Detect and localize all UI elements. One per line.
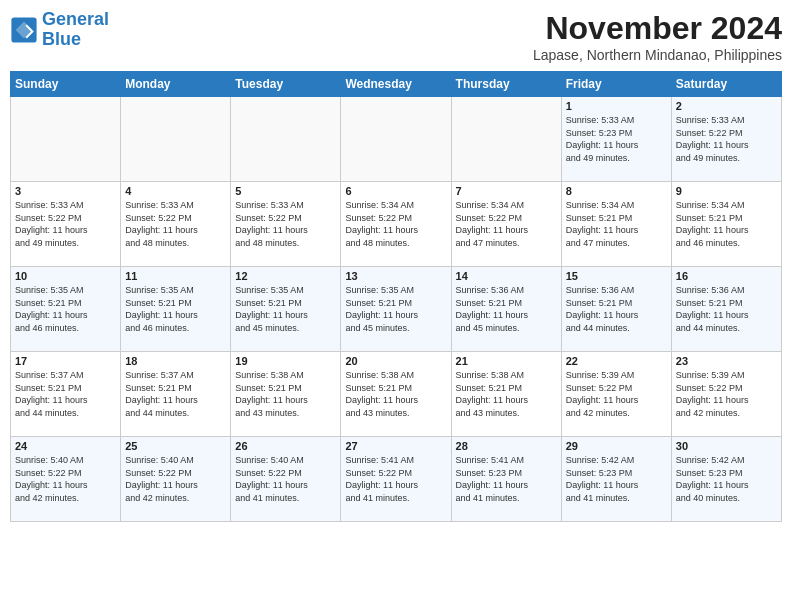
day-number: 3 [15, 185, 116, 197]
weekday-header: Wednesday [341, 72, 451, 97]
calendar-cell: 29Sunrise: 5:42 AM Sunset: 5:23 PM Dayli… [561, 437, 671, 522]
weekday-header: Saturday [671, 72, 781, 97]
calendar-cell: 23Sunrise: 5:39 AM Sunset: 5:22 PM Dayli… [671, 352, 781, 437]
calendar-cell: 7Sunrise: 5:34 AM Sunset: 5:22 PM Daylig… [451, 182, 561, 267]
day-number: 9 [676, 185, 777, 197]
day-number: 4 [125, 185, 226, 197]
calendar-cell: 16Sunrise: 5:36 AM Sunset: 5:21 PM Dayli… [671, 267, 781, 352]
day-number: 21 [456, 355, 557, 367]
calendar-cell: 26Sunrise: 5:40 AM Sunset: 5:22 PM Dayli… [231, 437, 341, 522]
month-title: November 2024 [533, 10, 782, 47]
calendar-cell: 2Sunrise: 5:33 AM Sunset: 5:22 PM Daylig… [671, 97, 781, 182]
calendar-cell: 30Sunrise: 5:42 AM Sunset: 5:23 PM Dayli… [671, 437, 781, 522]
calendar-cell: 8Sunrise: 5:34 AM Sunset: 5:21 PM Daylig… [561, 182, 671, 267]
calendar-cell [11, 97, 121, 182]
day-number: 16 [676, 270, 777, 282]
day-info: Sunrise: 5:41 AM Sunset: 5:22 PM Dayligh… [345, 454, 446, 504]
day-info: Sunrise: 5:42 AM Sunset: 5:23 PM Dayligh… [676, 454, 777, 504]
day-info: Sunrise: 5:33 AM Sunset: 5:22 PM Dayligh… [125, 199, 226, 249]
calendar-week-row: 3Sunrise: 5:33 AM Sunset: 5:22 PM Daylig… [11, 182, 782, 267]
calendar-cell: 25Sunrise: 5:40 AM Sunset: 5:22 PM Dayli… [121, 437, 231, 522]
calendar-week-row: 1Sunrise: 5:33 AM Sunset: 5:23 PM Daylig… [11, 97, 782, 182]
calendar-cell: 18Sunrise: 5:37 AM Sunset: 5:21 PM Dayli… [121, 352, 231, 437]
calendar-cell: 13Sunrise: 5:35 AM Sunset: 5:21 PM Dayli… [341, 267, 451, 352]
day-info: Sunrise: 5:36 AM Sunset: 5:21 PM Dayligh… [676, 284, 777, 334]
calendar-cell: 10Sunrise: 5:35 AM Sunset: 5:21 PM Dayli… [11, 267, 121, 352]
day-info: Sunrise: 5:37 AM Sunset: 5:21 PM Dayligh… [125, 369, 226, 419]
day-number: 7 [456, 185, 557, 197]
day-number: 28 [456, 440, 557, 452]
header-row: SundayMondayTuesdayWednesdayThursdayFrid… [11, 72, 782, 97]
day-info: Sunrise: 5:36 AM Sunset: 5:21 PM Dayligh… [566, 284, 667, 334]
day-number: 26 [235, 440, 336, 452]
day-number: 24 [15, 440, 116, 452]
day-info: Sunrise: 5:38 AM Sunset: 5:21 PM Dayligh… [345, 369, 446, 419]
day-info: Sunrise: 5:34 AM Sunset: 5:22 PM Dayligh… [345, 199, 446, 249]
day-number: 13 [345, 270, 446, 282]
day-number: 5 [235, 185, 336, 197]
day-info: Sunrise: 5:33 AM Sunset: 5:22 PM Dayligh… [235, 199, 336, 249]
calendar-cell: 1Sunrise: 5:33 AM Sunset: 5:23 PM Daylig… [561, 97, 671, 182]
day-number: 15 [566, 270, 667, 282]
day-info: Sunrise: 5:34 AM Sunset: 5:22 PM Dayligh… [456, 199, 557, 249]
logo-line2: Blue [42, 29, 81, 49]
day-info: Sunrise: 5:38 AM Sunset: 5:21 PM Dayligh… [235, 369, 336, 419]
calendar-cell [231, 97, 341, 182]
logo-text: General Blue [42, 10, 109, 50]
day-number: 2 [676, 100, 777, 112]
day-number: 17 [15, 355, 116, 367]
day-number: 30 [676, 440, 777, 452]
day-number: 12 [235, 270, 336, 282]
day-number: 23 [676, 355, 777, 367]
calendar-cell [341, 97, 451, 182]
day-info: Sunrise: 5:33 AM Sunset: 5:22 PM Dayligh… [15, 199, 116, 249]
calendar-cell: 24Sunrise: 5:40 AM Sunset: 5:22 PM Dayli… [11, 437, 121, 522]
calendar-cell: 20Sunrise: 5:38 AM Sunset: 5:21 PM Dayli… [341, 352, 451, 437]
day-number: 10 [15, 270, 116, 282]
day-info: Sunrise: 5:34 AM Sunset: 5:21 PM Dayligh… [566, 199, 667, 249]
calendar-week-row: 17Sunrise: 5:37 AM Sunset: 5:21 PM Dayli… [11, 352, 782, 437]
calendar-cell: 12Sunrise: 5:35 AM Sunset: 5:21 PM Dayli… [231, 267, 341, 352]
weekday-header: Monday [121, 72, 231, 97]
calendar-body: 1Sunrise: 5:33 AM Sunset: 5:23 PM Daylig… [11, 97, 782, 522]
day-number: 20 [345, 355, 446, 367]
calendar-cell [121, 97, 231, 182]
day-info: Sunrise: 5:36 AM Sunset: 5:21 PM Dayligh… [456, 284, 557, 334]
location: Lapase, Northern Mindanao, Philippines [533, 47, 782, 63]
day-info: Sunrise: 5:35 AM Sunset: 5:21 PM Dayligh… [235, 284, 336, 334]
day-info: Sunrise: 5:40 AM Sunset: 5:22 PM Dayligh… [15, 454, 116, 504]
day-number: 6 [345, 185, 446, 197]
weekday-header: Tuesday [231, 72, 341, 97]
day-number: 11 [125, 270, 226, 282]
calendar-cell: 4Sunrise: 5:33 AM Sunset: 5:22 PM Daylig… [121, 182, 231, 267]
day-info: Sunrise: 5:40 AM Sunset: 5:22 PM Dayligh… [125, 454, 226, 504]
calendar-week-row: 24Sunrise: 5:40 AM Sunset: 5:22 PM Dayli… [11, 437, 782, 522]
day-info: Sunrise: 5:35 AM Sunset: 5:21 PM Dayligh… [15, 284, 116, 334]
day-info: Sunrise: 5:35 AM Sunset: 5:21 PM Dayligh… [125, 284, 226, 334]
day-info: Sunrise: 5:37 AM Sunset: 5:21 PM Dayligh… [15, 369, 116, 419]
calendar-table: SundayMondayTuesdayWednesdayThursdayFrid… [10, 71, 782, 522]
day-info: Sunrise: 5:38 AM Sunset: 5:21 PM Dayligh… [456, 369, 557, 419]
calendar-cell: 15Sunrise: 5:36 AM Sunset: 5:21 PM Dayli… [561, 267, 671, 352]
day-number: 22 [566, 355, 667, 367]
day-number: 27 [345, 440, 446, 452]
calendar-header: SundayMondayTuesdayWednesdayThursdayFrid… [11, 72, 782, 97]
weekday-header: Thursday [451, 72, 561, 97]
calendar-week-row: 10Sunrise: 5:35 AM Sunset: 5:21 PM Dayli… [11, 267, 782, 352]
day-info: Sunrise: 5:33 AM Sunset: 5:23 PM Dayligh… [566, 114, 667, 164]
day-number: 14 [456, 270, 557, 282]
calendar-cell: 14Sunrise: 5:36 AM Sunset: 5:21 PM Dayli… [451, 267, 561, 352]
calendar-cell: 27Sunrise: 5:41 AM Sunset: 5:22 PM Dayli… [341, 437, 451, 522]
page-header: General Blue November 2024 Lapase, North… [10, 10, 782, 63]
calendar-cell: 19Sunrise: 5:38 AM Sunset: 5:21 PM Dayli… [231, 352, 341, 437]
calendar-cell: 28Sunrise: 5:41 AM Sunset: 5:23 PM Dayli… [451, 437, 561, 522]
day-info: Sunrise: 5:34 AM Sunset: 5:21 PM Dayligh… [676, 199, 777, 249]
day-info: Sunrise: 5:42 AM Sunset: 5:23 PM Dayligh… [566, 454, 667, 504]
day-number: 19 [235, 355, 336, 367]
day-info: Sunrise: 5:35 AM Sunset: 5:21 PM Dayligh… [345, 284, 446, 334]
calendar-cell: 21Sunrise: 5:38 AM Sunset: 5:21 PM Dayli… [451, 352, 561, 437]
calendar-cell: 22Sunrise: 5:39 AM Sunset: 5:22 PM Dayli… [561, 352, 671, 437]
day-number: 25 [125, 440, 226, 452]
calendar-cell: 3Sunrise: 5:33 AM Sunset: 5:22 PM Daylig… [11, 182, 121, 267]
weekday-header: Friday [561, 72, 671, 97]
